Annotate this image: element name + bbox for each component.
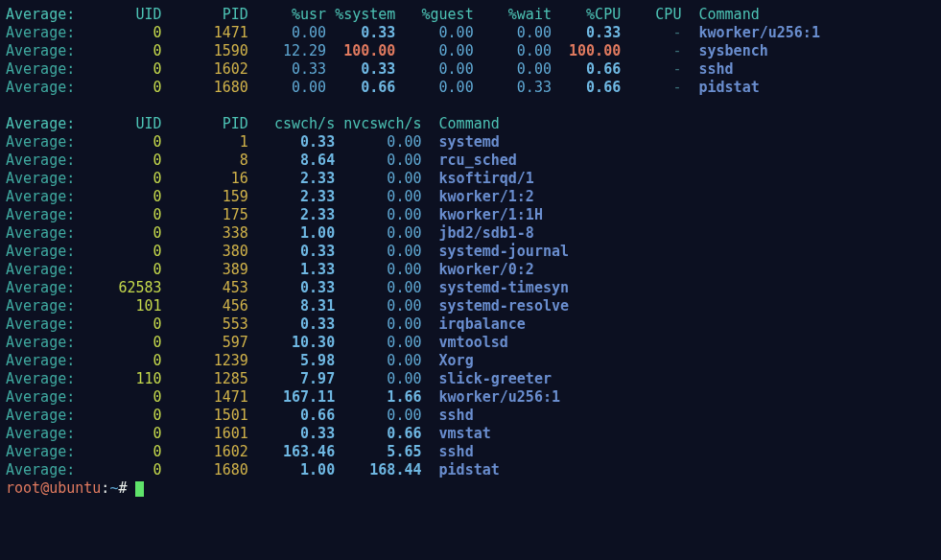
nvcswch-value: 0.00 bbox=[335, 315, 421, 333]
pid-value: 1239 bbox=[162, 352, 248, 369]
wait-value: 0.00 bbox=[474, 24, 552, 41]
uid-value: 0 bbox=[75, 407, 161, 424]
row-label: Average: bbox=[6, 42, 75, 59]
command-value: pidstat bbox=[422, 461, 500, 478]
col-nvcswch: nvcswch/s bbox=[335, 115, 421, 132]
uid-value: 0 bbox=[75, 79, 161, 96]
row-label: Average: bbox=[6, 133, 75, 151]
terminal-output: Average: UID PID %usr %system %guest %wa… bbox=[0, 0, 941, 503]
uid-value: 0 bbox=[75, 60, 161, 78]
nvcswch-value: 0.00 bbox=[335, 224, 421, 242]
table-row: Average: 0 380 0.33 0.00 systemd-journal bbox=[6, 243, 935, 261]
table-row: Average: 0 1602 163.46 5.65 sshd bbox=[6, 443, 935, 461]
system-value: 0.33 bbox=[326, 24, 395, 41]
pid-value: 1 bbox=[162, 133, 248, 151]
pid-value: 456 bbox=[162, 297, 248, 315]
prompt-symbol: # bbox=[118, 479, 135, 497]
guest-value: 0.00 bbox=[395, 24, 473, 41]
table-row: Average: 0 1601 0.33 0.66 vmstat bbox=[6, 425, 935, 443]
col-guest: %guest bbox=[395, 6, 473, 23]
command-value: Xorg bbox=[422, 352, 474, 369]
row-label: Average: bbox=[6, 334, 75, 351]
table-row: Average: 0 16 2.33 0.00 ksoftirqd/1 bbox=[6, 170, 935, 188]
pid-value: 380 bbox=[162, 243, 248, 260]
uid-value: 0 bbox=[75, 243, 161, 260]
blank-line bbox=[6, 97, 935, 115]
command-value: rcu_sched bbox=[422, 152, 517, 169]
command-value: irqbalance bbox=[422, 315, 526, 333]
nvcswch-value: 0.00 bbox=[335, 133, 421, 151]
pid-value: 1501 bbox=[162, 407, 248, 424]
col-pid: PID bbox=[162, 115, 248, 132]
uid-value: 0 bbox=[75, 133, 161, 151]
uid-value: 62583 bbox=[75, 279, 161, 296]
uid-value: 0 bbox=[75, 461, 161, 478]
col-wait: %wait bbox=[474, 6, 552, 23]
usr-value: 0.00 bbox=[248, 79, 326, 96]
col-command: Command bbox=[422, 115, 500, 132]
nvcswch-value: 0.00 bbox=[335, 407, 421, 424]
col-system: %system bbox=[326, 6, 395, 23]
cswch-value: 10.30 bbox=[248, 334, 335, 351]
system-value: 0.33 bbox=[326, 60, 395, 78]
pid-value: 159 bbox=[162, 188, 248, 205]
table-row: Average: 0 1239 5.98 0.00 Xorg bbox=[6, 352, 935, 370]
table-row: Average: 0 1501 0.66 0.00 sshd bbox=[6, 407, 935, 425]
uid-value: 0 bbox=[75, 224, 161, 242]
table-row: Average: 62583 453 0.33 0.00 systemd-tim… bbox=[6, 279, 935, 297]
col-cpunum: CPU bbox=[621, 6, 681, 23]
row-label: Average: bbox=[6, 297, 75, 315]
table1-header-row: Average: UID PID %usr %system %guest %wa… bbox=[6, 6, 935, 24]
command-value: sysbench bbox=[681, 42, 767, 59]
cswch-value: 8.31 bbox=[248, 297, 335, 315]
table-row: Average: 0 8 8.64 0.00 rcu_sched bbox=[6, 152, 935, 170]
nvcswch-value: 5.65 bbox=[335, 443, 421, 460]
cursor-icon bbox=[135, 481, 144, 497]
uid-value: 0 bbox=[75, 315, 161, 333]
pid-value: 1680 bbox=[162, 79, 248, 96]
col-label: Average: bbox=[6, 115, 75, 132]
pid-value: 1680 bbox=[162, 461, 248, 478]
command-value: kworker/u256:1 bbox=[422, 388, 561, 406]
col-uid: UID bbox=[75, 6, 161, 23]
cpu-value: 100.00 bbox=[552, 42, 621, 59]
table2-header-row: Average: UID PID cswch/s nvcswch/s Comma… bbox=[6, 115, 935, 133]
shell-prompt[interactable]: root@ubuntu:~# bbox=[6, 479, 935, 498]
pid-value: 453 bbox=[162, 279, 248, 296]
pid-value: 1471 bbox=[162, 24, 248, 41]
col-usr: %usr bbox=[248, 6, 326, 23]
row-label: Average: bbox=[6, 224, 75, 242]
cswch-value: 2.33 bbox=[248, 170, 335, 187]
command-value: pidstat bbox=[681, 79, 759, 96]
command-value: jbd2/sdb1-8 bbox=[422, 224, 534, 242]
command-value: sshd bbox=[422, 443, 474, 460]
cswch-value: 2.33 bbox=[248, 206, 335, 223]
col-uid: UID bbox=[75, 115, 161, 132]
nvcswch-value: 0.00 bbox=[335, 370, 421, 387]
nvcswch-value: 168.44 bbox=[335, 461, 421, 478]
cpu-value: 0.33 bbox=[552, 24, 621, 41]
row-label: Average: bbox=[6, 261, 75, 278]
row-label: Average: bbox=[6, 315, 75, 333]
row-label: Average: bbox=[6, 170, 75, 187]
wait-value: 0.00 bbox=[474, 42, 552, 59]
cswch-value: 0.66 bbox=[248, 407, 335, 424]
uid-value: 0 bbox=[75, 42, 161, 59]
pid-value: 1602 bbox=[162, 60, 248, 78]
command-value: systemd-resolve bbox=[422, 297, 570, 315]
row-label: Average: bbox=[6, 79, 75, 96]
nvcswch-value: 0.66 bbox=[335, 425, 421, 442]
guest-value: 0.00 bbox=[395, 42, 473, 59]
wait-value: 0.00 bbox=[474, 60, 552, 78]
row-label: Average: bbox=[6, 206, 75, 223]
uid-value: 0 bbox=[75, 261, 161, 278]
row-label: Average: bbox=[6, 443, 75, 460]
pid-value: 8 bbox=[162, 152, 248, 169]
table-row: Average: 0 159 2.33 0.00 kworker/1:2 bbox=[6, 188, 935, 206]
cswch-value: 1.00 bbox=[248, 224, 335, 242]
command-value: kworker/u256:1 bbox=[681, 24, 820, 41]
row-label: Average: bbox=[6, 152, 75, 169]
command-value: systemd bbox=[422, 133, 500, 151]
prompt-host: ubuntu bbox=[49, 479, 101, 497]
table-row: Average: 0 1680 1.00 168.44 pidstat bbox=[6, 461, 935, 479]
